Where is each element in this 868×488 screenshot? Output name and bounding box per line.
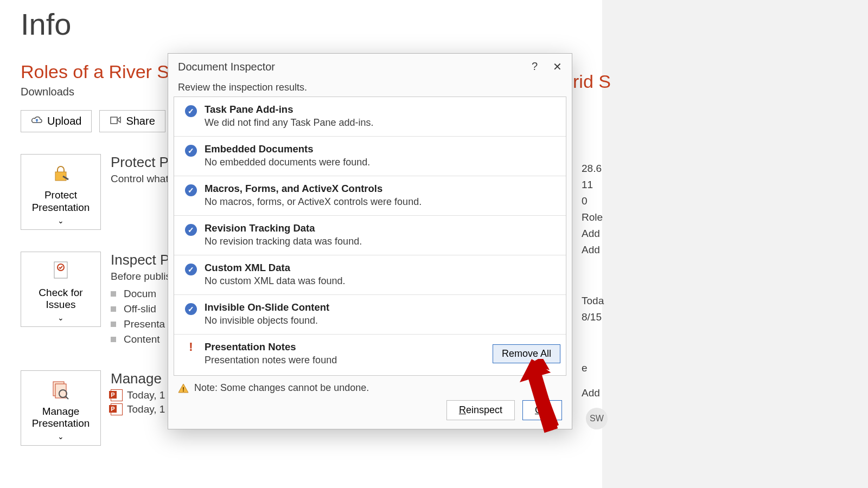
close-icon[interactable]: ✕ [553,60,562,73]
check-icon [185,303,197,315]
inspection-item-desc: Presentation notes were found [205,355,485,366]
inspection-item-title: Embedded Documents [205,143,560,155]
powerpoint-icon [111,403,123,415]
manage-presentation-button[interactable]: Manage Presentation⌄ [21,370,101,446]
inspection-item-title: Task Pane Add-ins [205,104,560,115]
svg-rect-8 [183,390,184,391]
inspection-item-desc: No invisible objects found. [205,315,560,326]
svg-rect-0 [111,117,117,124]
close-button[interactable]: Clo [522,400,562,420]
check-icon [185,224,197,236]
inspection-item-title: Custom XML Data [205,262,560,274]
check-for-issues-button[interactable]: Check for Issues⌄ [21,252,101,328]
inspection-results-list[interactable]: Task Pane Add-insWe did not find any Tas… [174,97,566,376]
warning-bang-icon: ! [185,341,197,353]
reinspect-button[interactable]: Reinspect [446,400,515,420]
manage-icon [50,378,72,400]
protect-heading: Protect P [111,154,169,171]
cloud-upload-icon [31,115,43,127]
inspect-icon [50,260,72,281]
inspect-subtitle: Before publis [111,271,171,282]
check-icon [185,264,197,275]
dialog-title: Document Inspector [178,61,275,73]
chevron-down-icon: ⌄ [58,216,64,225]
check-icon [185,105,197,117]
chevron-down-icon: ⌄ [58,432,64,441]
inspect-bullet: Presenta [111,318,171,330]
inspection-item: !Presentation NotesPresentation notes we… [174,335,566,374]
inspection-item-desc: No revision tracking data was found. [205,236,560,247]
inspection-item: Invisible On-Slide ContentNo invisible o… [174,295,566,335]
inspection-item: Embedded DocumentsNo embedded documents … [174,137,566,176]
dialog-subtitle: Review the inspection results. [168,75,572,97]
dialog-note: Note: Some changes cannot be undone. [194,382,369,394]
warning-icon [178,383,189,394]
inspect-heading: Inspect P [111,252,171,268]
help-button[interactable]: ? [532,60,538,73]
check-icon [185,184,197,196]
chevron-down-icon: ⌄ [58,313,64,322]
share-icon [110,115,122,127]
inspect-bullet: Content [111,333,171,345]
inspection-item-desc: No macros, forms, or ActiveX controls we… [205,196,560,208]
protect-subtitle: Control what [111,173,169,185]
page-title: Info [21,7,582,42]
version-file[interactable]: Today, 1 [111,403,165,415]
properties-values: 28.6 11 0 Role Add Add Toda 8/15 e Add [582,163,604,403]
inspection-item-title: Presentation Notes [205,341,485,353]
document-title-tail: rid S [573,71,611,92]
inspection-item: Custom XML DataNo custom XML data was fo… [174,255,566,295]
inspection-item-desc: We did not find any Task Pane add-ins. [205,117,560,129]
remove-all-button[interactable]: Remove All [493,344,560,363]
inspection-item-title: Invisible On-Slide Content [205,301,560,313]
svg-rect-1 [55,172,66,181]
inspection-item-title: Macros, Forms, and ActiveX Controls [205,183,560,195]
inspect-bullet: Off-slid [111,303,171,315]
svg-rect-7 [183,387,184,390]
share-button[interactable]: Share [99,110,165,132]
inspection-item-title: Revision Tracking Data [205,222,560,234]
upload-button[interactable]: Upload [21,110,92,132]
document-inspector-dialog: Document Inspector ? ✕ Review the inspec… [168,53,572,429]
inspect-bullet: Docum [111,288,171,300]
author-avatar[interactable]: SW [586,408,608,429]
inspection-item: Macros, Forms, and ActiveX ControlsNo ma… [174,176,566,216]
version-file[interactable]: Today, 1 [111,389,165,401]
inspection-item: Revision Tracking DataNo revision tracki… [174,216,566,255]
inspection-item-desc: No embedded documents were found. [205,157,560,168]
powerpoint-icon [111,389,123,401]
right-panel-bg [602,0,868,488]
protect-presentation-button[interactable]: Protect Presentation⌄ [21,154,101,230]
inspection-item: Task Pane Add-insWe did not find any Tas… [174,97,566,137]
check-icon [185,145,197,157]
inspection-item-desc: No custom XML data was found. [205,275,560,287]
manage-heading: Manage [111,370,165,387]
lock-icon [50,162,72,184]
